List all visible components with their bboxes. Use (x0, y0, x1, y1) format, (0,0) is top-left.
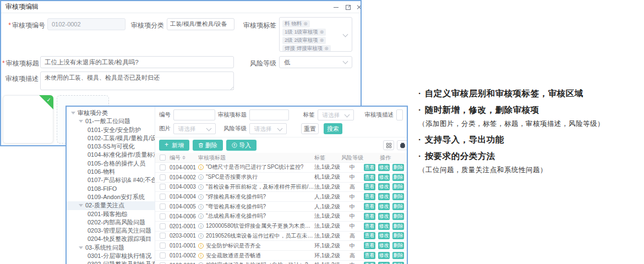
tree-item[interactable]: 0107-产品标识& #40;不合格和可疑 (67, 176, 155, 184)
tree-item[interactable]: 0302-问题整改及时性及有效性 (67, 260, 155, 264)
delete-button[interactable]: 删除 (193, 140, 223, 151)
tree-item[interactable]: 0109-Andon安灯系统 (67, 193, 155, 201)
desc-search-input[interactable] (396, 109, 403, 120)
delete-row-button[interactable]: 删除 (392, 232, 404, 239)
view-button[interactable]: 查看 (364, 232, 375, 239)
number-field[interactable] (47, 18, 125, 30)
edit-button[interactable]: 修改 (378, 262, 390, 264)
row-checkbox[interactable] (160, 174, 166, 180)
tag-chip[interactable]: 1级 1级审核项 (282, 29, 326, 36)
delete-row-button[interactable]: 删除 (392, 242, 404, 249)
edit-button[interactable]: 修改 (378, 242, 390, 249)
title-field[interactable] (40, 56, 234, 68)
tree-group[interactable]: 01-一般工位问题 (67, 117, 155, 125)
edit-button[interactable]: 修改 (378, 223, 390, 230)
tree-item[interactable]: 0201-顾客抱怨 (67, 210, 155, 218)
description-field[interactable]: 未使用的工装、模具、检具是否已及时归还 (40, 72, 234, 90)
row-checkbox[interactable] (160, 213, 166, 219)
tree-root[interactable]: 审核项分类 (67, 109, 155, 117)
delete-row-button[interactable]: 删除 (392, 203, 404, 210)
edit-button[interactable]: 修改 (378, 203, 390, 210)
view-button[interactable]: 查看 (364, 252, 375, 259)
delete-row-button[interactable]: 删除 (392, 164, 404, 171)
edit-button[interactable]: 修改 (378, 174, 390, 181)
chevron-down-icon (343, 32, 348, 37)
tag-remove-icon[interactable] (320, 30, 324, 35)
tag-chip[interactable]: 2级 2级审核项 (282, 37, 326, 44)
view-button[interactable]: 查看 (364, 223, 375, 230)
note-subline: （添加图片，分类，标签，标题，审核项描述，风险等级） (418, 119, 644, 129)
row-checkbox[interactable] (160, 243, 166, 249)
view-button[interactable]: 查看 (364, 203, 375, 210)
edit-button[interactable]: 修改 (378, 193, 390, 200)
delete-row-button[interactable]: 删除 (392, 252, 404, 259)
view-button[interactable]: 查看 (364, 242, 375, 249)
delete-row-button[interactable]: 删除 (392, 223, 404, 230)
tree-item[interactable]: 0103-5S与可视化 (67, 142, 155, 151)
search-button[interactable]: 搜索 (324, 123, 342, 134)
row-checkbox[interactable] (160, 164, 166, 170)
delete-row-button[interactable]: 删除 (392, 262, 404, 264)
close-icon[interactable] (357, 4, 362, 10)
minimize-icon[interactable] (334, 4, 339, 10)
select-all-checkbox[interactable] (160, 155, 166, 161)
row-risk: 高 (341, 183, 364, 191)
tag-chip[interactable]: 焊接 焊接审核项 (282, 45, 331, 52)
row-checkbox[interactable] (160, 204, 166, 210)
delete-row-button[interactable]: 删除 (392, 174, 404, 181)
grid-view-icon[interactable] (383, 140, 394, 150)
view-button[interactable]: 查看 (364, 174, 375, 181)
view-button[interactable]: 查看 (364, 262, 375, 264)
delete-row-button[interactable]: 删除 (392, 183, 404, 190)
edit-button[interactable]: 修改 (378, 183, 390, 190)
view-button[interactable]: 查看 (364, 183, 375, 190)
reset-button[interactable]: 重置 (301, 123, 319, 134)
tag-chip[interactable]: 料 物料 (282, 20, 310, 28)
tree-item[interactable]: 0102-工装/模具/量检具/设备 (67, 134, 155, 142)
tree-item[interactable]: 0104-标准化操作/质量标准 (67, 151, 155, 159)
tree-item[interactable]: 0105-合格的操作人员 (67, 160, 155, 168)
tags-multiselect[interactable]: 料 物料 1级 1级审核项 2级 2级审核项 焊接 焊接审核项 (279, 17, 352, 52)
code-header[interactable]: 编号 (170, 154, 198, 162)
code-search-input[interactable] (173, 109, 215, 120)
tree-item[interactable]: 0108-FIFO (67, 185, 155, 193)
tag-chip-label: 2级 2级审核项 (285, 37, 318, 44)
add-button[interactable]: 新增 (159, 140, 189, 151)
tree-group[interactable]: 02-质量关注点 (67, 201, 155, 210)
tag-remove-icon[interactable] (320, 38, 324, 43)
delete-row-button[interactable]: 删除 (392, 213, 404, 220)
edit-button[interactable]: 修改 (378, 232, 390, 239)
tree-item[interactable]: 0301-分层审核执行情况 (67, 252, 155, 260)
edit-button[interactable]: 修改 (378, 213, 390, 220)
tag-remove-icon[interactable] (324, 46, 329, 51)
sort-icon[interactable] (182, 156, 185, 160)
tree-item[interactable]: 0101-安全/安全防护 (67, 126, 155, 134)
view-button[interactable]: 查看 (364, 213, 375, 220)
row-checkbox[interactable] (160, 233, 166, 239)
risk-select[interactable]: 低 (279, 56, 352, 68)
edit-button[interactable]: 修改 (378, 252, 390, 259)
row-checkbox[interactable] (160, 194, 166, 200)
tag-search-select[interactable]: 请选择 (318, 109, 354, 120)
tree-item[interactable]: 0202-内部高风险问题 (67, 218, 155, 227)
image-thumbnail[interactable] (3, 95, 53, 144)
title-search-input[interactable] (249, 109, 289, 120)
tree-item[interactable]: 0203-管理层高关注问题 (67, 227, 155, 235)
view-button[interactable]: 查看 (364, 193, 375, 200)
row-checkbox[interactable] (160, 184, 166, 190)
image-search-select[interactable]: 请选择 (173, 123, 216, 134)
print-icon[interactable] (397, 140, 408, 150)
view-button[interactable]: 查看 (364, 164, 375, 171)
tree-item[interactable]: 0204-快反整改跟踪项目 (67, 235, 155, 243)
delete-row-button[interactable]: 删除 (392, 193, 404, 200)
maximize-icon[interactable] (345, 4, 351, 10)
edit-button[interactable]: 修改 (378, 164, 390, 171)
risk-search-select[interactable]: 请选择 (249, 123, 287, 134)
row-checkbox[interactable] (160, 252, 166, 258)
tree-item[interactable]: 0106-物料 (67, 168, 155, 176)
import-button[interactable]: 导入 (226, 140, 256, 151)
tree-group[interactable]: 03-系统性问题 (67, 244, 155, 252)
category-field[interactable] (167, 18, 234, 30)
row-checkbox[interactable] (160, 223, 166, 229)
tag-remove-icon[interactable] (303, 21, 308, 26)
